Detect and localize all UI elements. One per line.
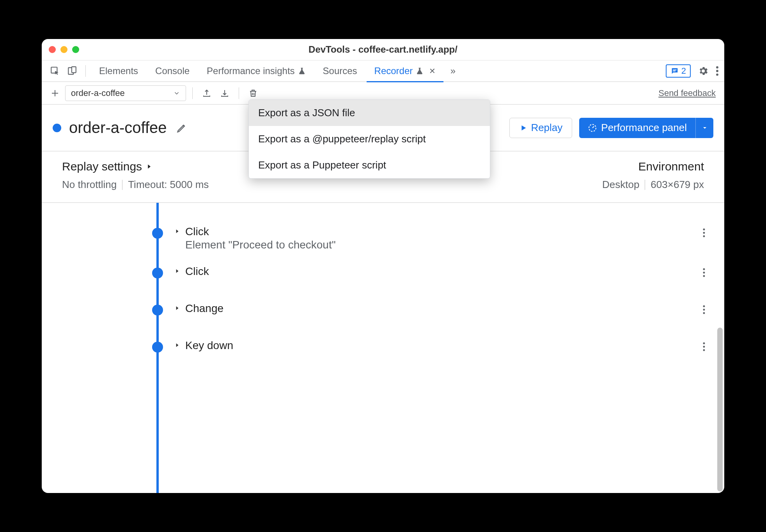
steps-timeline: ClickElement "Proceed to checkout"ClickC… (42, 203, 724, 493)
tab-recorder[interactable]: Recorder ✕ (367, 60, 444, 82)
svg-point-16 (703, 309, 705, 311)
export-puppeteer-item[interactable]: Export as a Puppeteer script (249, 152, 490, 178)
step-text: Click (185, 265, 209, 278)
separator (122, 180, 122, 190)
scrollbar[interactable] (717, 328, 723, 491)
svg-point-20 (703, 349, 705, 351)
recording-selector[interactable]: order-a-coffee (65, 85, 186, 101)
chevron-right-icon (146, 163, 152, 170)
device-value: Desktop (602, 179, 639, 191)
svg-point-14 (703, 275, 705, 277)
svg-point-17 (703, 312, 705, 314)
chevron-right-icon[interactable] (174, 342, 180, 349)
step-node (152, 228, 163, 239)
step-menu-icon[interactable] (702, 268, 706, 278)
environment-settings: Environment Desktop 603×679 px (602, 160, 704, 191)
svg-rect-4 (673, 71, 675, 71)
tab-label: Sources (323, 66, 357, 76)
separator (645, 180, 645, 190)
panel-tabbar: Elements Console Performance insights So… (42, 60, 724, 82)
send-feedback-link[interactable]: Send feedback (658, 88, 716, 98)
step-label: Key down (185, 339, 233, 352)
flask-icon (298, 67, 306, 75)
inspect-element-icon[interactable] (47, 63, 63, 79)
more-tabs-icon[interactable]: » (445, 63, 461, 79)
tab-label: Recorder (374, 66, 413, 76)
performance-panel-group: Performance panel (579, 118, 713, 138)
close-tab-icon[interactable]: ✕ (429, 66, 436, 76)
devtools-window: DevTools - coffee-cart.netlify.app/ Elem… (42, 39, 724, 493)
separator (239, 87, 239, 99)
viewport-value: 603×679 px (651, 179, 704, 191)
performance-panel-dropdown[interactable] (695, 118, 713, 138)
svg-rect-2 (72, 67, 76, 73)
chevron-right-icon[interactable] (174, 268, 180, 275)
window-title: DevTools - coffee-cart.netlify.app/ (42, 44, 724, 55)
device-toolbar-icon[interactable] (64, 63, 80, 79)
throttle-value: No throttling (62, 179, 117, 191)
step-text: ClickElement "Proceed to checkout" (185, 225, 336, 251)
performance-panel-button[interactable]: Performance panel (579, 118, 695, 138)
svg-point-7 (716, 73, 718, 76)
timeout-value: Timeout: 5000 ms (128, 179, 209, 191)
step-label: Change (185, 302, 223, 315)
svg-rect-3 (673, 69, 676, 70)
step-detail: Element "Proceed to checkout" (185, 239, 336, 251)
replay-button[interactable]: Replay (509, 118, 572, 138)
export-button[interactable] (199, 85, 215, 101)
recording-title: order-a-coffee (69, 119, 167, 137)
delete-button[interactable] (245, 85, 261, 101)
more-menu-icon[interactable] (716, 66, 719, 76)
separator (85, 65, 86, 77)
play-icon (519, 124, 528, 132)
titlebar: DevTools - coffee-cart.netlify.app/ (42, 39, 724, 60)
recording-status-dot (53, 124, 61, 132)
import-button[interactable] (217, 85, 232, 101)
svg-point-15 (703, 305, 705, 307)
chevron-right-icon[interactable] (174, 305, 180, 312)
recording-selector-value: order-a-coffee (71, 88, 125, 98)
chevron-down-icon (173, 90, 180, 97)
chevron-right-icon[interactable] (174, 228, 180, 235)
timeline-step[interactable]: Change (42, 295, 724, 332)
separator (192, 87, 193, 99)
svg-point-13 (703, 272, 705, 274)
environment-heading: Environment (638, 160, 704, 173)
timeline-step[interactable]: Key down (42, 332, 724, 369)
step-label: Click (185, 225, 336, 238)
tab-label: Elements (99, 66, 138, 76)
replay-label: Replay (531, 122, 562, 134)
step-node (152, 305, 163, 316)
messages-badge[interactable]: 2 (666, 64, 691, 78)
flask-icon (416, 67, 424, 75)
export-menu: Export as a JSON file Export as a @puppe… (248, 99, 490, 179)
timeline-step[interactable]: Click (42, 258, 724, 295)
performance-panel-label: Performance panel (601, 122, 687, 134)
tab-label: Performance insights (207, 66, 294, 76)
export-json-item[interactable]: Export as a JSON file (249, 100, 490, 126)
svg-point-19 (703, 346, 705, 348)
tabbar-right: 2 (666, 64, 719, 78)
messages-count: 2 (681, 66, 686, 76)
tab-performance-insights[interactable]: Performance insights (199, 60, 313, 82)
export-puppeteer-replay-item[interactable]: Export as a @puppeteer/replay script (249, 126, 490, 152)
step-node (152, 342, 163, 353)
svg-point-6 (716, 70, 718, 72)
timeline-step[interactable]: ClickElement "Proceed to checkout" (42, 218, 724, 258)
gauge-icon (588, 123, 597, 133)
message-icon (670, 67, 679, 75)
step-label: Click (185, 265, 209, 278)
tab-sources[interactable]: Sources (315, 60, 365, 82)
edit-title-button[interactable] (175, 121, 189, 135)
tab-console[interactable]: Console (147, 60, 197, 82)
step-menu-icon[interactable] (702, 305, 706, 315)
step-menu-icon[interactable] (702, 228, 706, 238)
step-menu-icon[interactable] (702, 342, 706, 352)
svg-point-9 (703, 229, 705, 231)
new-recording-button[interactable] (47, 85, 63, 101)
replay-settings[interactable]: Replay settings No throttling Timeout: 5… (62, 160, 209, 191)
settings-icon[interactable] (698, 66, 709, 76)
svg-point-11 (703, 235, 705, 237)
svg-point-5 (716, 66, 718, 69)
tab-elements[interactable]: Elements (91, 60, 146, 82)
